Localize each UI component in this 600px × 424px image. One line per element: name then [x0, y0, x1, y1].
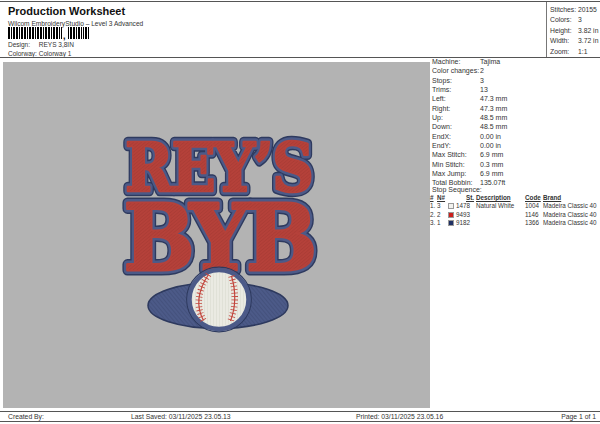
stat-zoom: Zoom:1:1: [550, 47, 600, 58]
machine-row: Max Stitch:6.9 mm: [432, 150, 600, 159]
thread-color-swatch: [448, 203, 454, 209]
embroidery-design: REY’S REY’S REY’S REY’S BYB BYB BYB BYB: [3, 62, 430, 408]
machine-row: Up:48.5 mm: [432, 113, 600, 122]
machine-row: EndY:0.00 in: [432, 141, 600, 150]
stop-sequence-section: Stop Sequence: # N# St. Description Code…: [430, 186, 600, 228]
design-value: REYS 3,8IN: [39, 41, 74, 48]
machine-row: Machine:Tajima: [432, 57, 600, 66]
machine-details-panel: Machine:Tajima Color changes:2 Stops:3 T…: [432, 57, 600, 188]
design-label: Design:: [8, 41, 37, 48]
stop-sequence-header: # N# St. Description Code Brand: [430, 194, 600, 202]
stop-sequence-row: 2. 2 9493 1146 Madeira Classic 40: [430, 211, 600, 220]
machine-row: Min Stitch:0.3 mm: [432, 160, 600, 169]
thread-color-swatch: [448, 220, 454, 226]
production-worksheet-page: { "header": { "title": "Production Works…: [0, 0, 600, 424]
design-stats-box: Stitches:20155 Colors:3 Height:3.82 in W…: [546, 2, 600, 57]
stat-stitches: Stitches:20155: [550, 5, 600, 16]
machine-row: Max Jump:6.9 mm: [432, 169, 600, 178]
page-subtitle: Wilcom EmbroideryStudio – Level 3 Advanc…: [8, 20, 143, 27]
design-barcode: ,: [8, 27, 89, 39]
machine-row: Trims:13: [432, 85, 600, 94]
stat-width: Width:3.72 in: [550, 36, 600, 47]
footer-last-saved: Last Saved: 03/11/2025 23.05.13: [131, 413, 231, 420]
barcode-bars-left: [8, 27, 62, 39]
machine-row: Left:47.3 mm: [432, 94, 600, 103]
barcode-bars-right: [68, 27, 89, 39]
footer-rule-top: [0, 411, 600, 412]
design-preview-area: REY’S REY’S REY’S REY’S BYB BYB BYB BYB: [3, 62, 430, 408]
page-title: Production Worksheet: [8, 5, 125, 17]
footer-rule-bottom: [0, 421, 600, 422]
stop-sequence-row: 1. 3 1478 Natural White 1004 Madeira Cla…: [430, 202, 600, 211]
colorway-value: Colorway 1: [39, 50, 72, 57]
colorway-row: Colorway: Colorway 1: [8, 50, 71, 57]
machine-row: Right:47.3 mm: [432, 104, 600, 113]
top-rule: [0, 1, 600, 2]
footer-created-by: Created By:: [8, 413, 44, 420]
machine-row: EndX:0.00 in: [432, 132, 600, 141]
machine-row: Color changes:2: [432, 66, 600, 75]
footer-printed: Printed: 03/11/2025 23.05.16: [356, 413, 443, 420]
thread-color-swatch: [448, 212, 454, 218]
design-name-row: Design: REYS 3,8IN: [8, 41, 74, 48]
machine-row: Stops:3: [432, 76, 600, 85]
stop-sequence-row: 3. 1 9182 1366 Madeira Classic 40: [430, 219, 600, 228]
colorway-label: Colorway:: [8, 50, 37, 57]
stat-colors: Colors:3: [550, 15, 600, 26]
footer-page-number: Page 1 of 1: [561, 413, 596, 420]
barcode-comma: ,: [63, 34, 66, 39]
stat-height: Height:3.82 in: [550, 26, 600, 37]
machine-row: Down:48.5 mm: [432, 122, 600, 131]
stop-sequence-title: Stop Sequence:: [432, 186, 600, 194]
